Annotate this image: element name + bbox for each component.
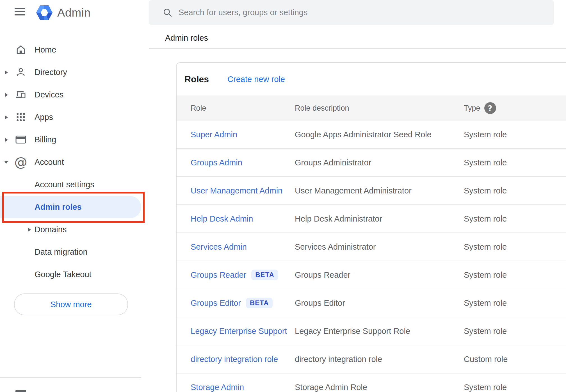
role-type: System role: [464, 186, 566, 195]
role-type: System role: [464, 130, 566, 139]
admin-hexagon-logo-icon: [36, 4, 53, 21]
table-row: Groups Editor BETA Groups Editor System …: [177, 289, 566, 317]
card-title: Roles: [184, 74, 209, 85]
menu-icon[interactable]: [15, 8, 25, 15]
chevron-down-icon[interactable]: [4, 161, 8, 164]
role-link[interactable]: directory integration role: [191, 355, 278, 364]
table-row: directory integration role directory int…: [177, 345, 566, 373]
role-link[interactable]: Groups Editor: [191, 298, 241, 308]
role-link[interactable]: Groups Admin: [191, 158, 242, 167]
roles-card-header: Roles Create new role: [177, 63, 566, 95]
sidebar-item-account[interactable]: @ Account: [0, 151, 149, 173]
beta-badge: BETA: [251, 270, 278, 280]
sidebar-item-directory[interactable]: Directory: [0, 61, 149, 83]
at-sign-icon: @: [15, 157, 26, 167]
chevron-right-icon[interactable]: [5, 115, 8, 119]
role-type: System role: [464, 327, 566, 336]
column-header-role: Role: [177, 104, 295, 113]
role-description: Groups Reader: [295, 270, 464, 280]
column-header-type: Type ?: [464, 102, 566, 114]
role-description: Groups Administrator: [295, 158, 464, 167]
table-row: Help Desk Admin Help Desk Administrator …: [177, 205, 566, 233]
role-link[interactable]: Help Desk Admin: [191, 214, 253, 224]
table-row: Services Admin Services Administrator Sy…: [177, 233, 566, 261]
role-type: System role: [464, 270, 566, 280]
sidebar-item-domains[interactable]: Domains: [0, 218, 149, 241]
search-icon: [163, 8, 172, 17]
sidebar-item-google-takeout[interactable]: Google Takeout: [0, 263, 149, 286]
sidebar-item-account-settings[interactable]: Account settings: [0, 173, 149, 196]
sidebar-bottom-divider: [0, 377, 141, 378]
create-new-role-link[interactable]: Create new role: [227, 75, 285, 84]
table-row: Storage Admin Storage Admin Role System …: [177, 373, 566, 392]
role-link[interactable]: Super Admin: [191, 130, 237, 139]
search-bar[interactable]: [149, 0, 554, 25]
role-type: System role: [464, 383, 566, 392]
role-link[interactable]: Legacy Enterprise Support: [191, 327, 287, 336]
beta-badge: BETA: [246, 298, 273, 308]
table-row: User Management Admin User Management Ad…: [177, 177, 566, 205]
search-input[interactable]: [178, 8, 516, 17]
show-more-button[interactable]: Show more: [14, 293, 128, 315]
home-icon: [15, 44, 26, 55]
table-row: Super Admin Google Apps Administrator Se…: [177, 121, 566, 149]
column-header-description: Role description: [295, 104, 464, 113]
role-link[interactable]: Groups Reader: [191, 270, 246, 280]
sidebar-item-devices[interactable]: Devices: [0, 83, 149, 106]
role-description: Storage Admin Role: [295, 383, 464, 392]
role-description: Help Desk Administrator: [295, 214, 464, 224]
table-header-row: Role Role description Type ?: [177, 95, 566, 121]
table-row: Legacy Enterprise Support Legacy Enterpr…: [177, 317, 566, 345]
role-type: System role: [464, 242, 566, 252]
roles-card: Roles Create new role Role Role descript…: [176, 62, 566, 392]
sidebar-item-admin-roles[interactable]: Admin roles: [0, 196, 149, 218]
sidebar-nav: Home Directory Devices: [0, 38, 149, 286]
role-type: Custom role: [464, 355, 566, 364]
role-link[interactable]: Services Admin: [191, 242, 247, 252]
role-description: directory integration role: [295, 355, 464, 364]
sidebar-item-apps[interactable]: Apps: [0, 106, 149, 128]
role-description: Legacy Enterprise Support Role: [295, 327, 464, 336]
person-icon: [15, 67, 26, 78]
chevron-right-icon[interactable]: [5, 138, 8, 142]
apps-grid-icon: [15, 112, 26, 122]
sidebar-item-data-migration[interactable]: Data migration: [0, 241, 149, 263]
table-row: Groups Admin Groups Administrator System…: [177, 149, 566, 177]
role-description: Google Apps Administrator Seed Role: [295, 130, 464, 139]
role-description: Groups Editor: [295, 298, 464, 308]
role-type: System role: [464, 298, 566, 308]
role-link[interactable]: User Management Admin: [191, 186, 282, 195]
product-name: Admin: [57, 6, 91, 19]
credit-card-icon: [15, 134, 26, 145]
role-type: System role: [464, 158, 566, 167]
table-row: Groups Reader BETA Groups Reader System …: [177, 261, 566, 289]
role-description: Services Administrator: [295, 242, 464, 252]
help-icon[interactable]: ?: [484, 102, 496, 114]
sidebar-item-billing[interactable]: Billing: [0, 128, 149, 151]
chevron-right-icon[interactable]: [28, 228, 31, 232]
sidebar-item-home[interactable]: Home: [0, 38, 149, 61]
breadcrumb: Admin roles: [165, 33, 208, 43]
partially-visible-icon: [15, 390, 26, 392]
chevron-right-icon[interactable]: [5, 70, 8, 74]
chevron-right-icon[interactable]: [5, 93, 8, 97]
role-type: System role: [464, 214, 566, 224]
role-link[interactable]: Storage Admin: [191, 383, 244, 392]
role-description: User Management Administrator: [295, 186, 464, 195]
breadcrumb-divider: [149, 48, 566, 49]
admin-logo: Admin: [36, 4, 91, 21]
devices-icon: [15, 89, 26, 100]
